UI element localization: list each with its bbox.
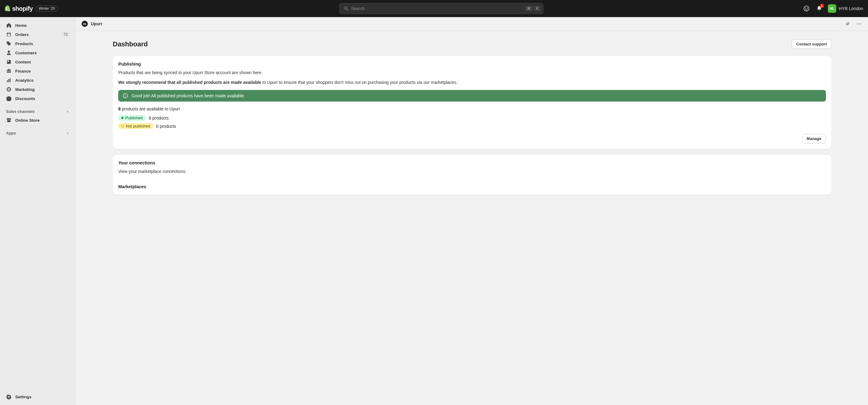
publishing-title: Publishing — [118, 62, 826, 66]
not-published-count: 0 products — [156, 124, 176, 129]
sidebar-item-online-store[interactable]: Online Store — [3, 116, 73, 125]
sidebar-item-discounts[interactable]: Discounts — [3, 94, 73, 103]
app-header: m Upurr — [76, 17, 868, 31]
brand-text: shopify — [12, 5, 33, 12]
sidebar-item-label: Online Store — [15, 118, 40, 123]
chevron-right-icon — [66, 131, 70, 136]
products-icon — [6, 41, 11, 46]
sidebar-item-orders[interactable]: Orders 72 — [3, 30, 73, 39]
sidebar-item-label: Analytics — [15, 78, 33, 83]
shortcut-key-cmd: ⌘ — [525, 6, 533, 11]
pin-icon — [845, 21, 850, 27]
search-icon — [344, 6, 349, 11]
shopify-logo[interactable]: shopify — [5, 5, 33, 12]
sidebar-section-sales-channels[interactable]: Sales channels — [3, 107, 73, 116]
available-summary: 8 products are available to Upurr — [118, 107, 826, 111]
not-published-badge: Not published — [118, 123, 153, 129]
sidebar-item-home[interactable]: Home — [3, 21, 73, 30]
face-icon — [803, 5, 809, 11]
svg-point-0 — [804, 6, 809, 11]
section-label: Sales channels — [6, 109, 35, 114]
connections-card: Your connections View your marketplace c… — [113, 155, 831, 195]
sidebar-item-label: Finance — [15, 69, 31, 74]
marketplaces-title: Marketplaces — [118, 184, 826, 189]
page-header: Dashboard Contact support — [113, 39, 831, 49]
search-wrap: ⌘ K — [85, 3, 797, 14]
connections-description: View your marketplace connections. — [118, 168, 826, 175]
content-icon — [6, 59, 11, 65]
svg-point-9 — [859, 24, 860, 24]
sidebar-item-label: Settings — [15, 395, 31, 399]
contact-support-button[interactable]: Contact support — [792, 39, 831, 49]
topbar-right: 1 HL HYR London — [802, 4, 863, 13]
notifications-button[interactable]: 1 — [815, 4, 824, 13]
recommendation-rest: to Upurr to ensure that your shoppers do… — [261, 80, 458, 85]
app-icon: m — [82, 21, 88, 27]
sidebar-item-settings[interactable]: Settings — [3, 392, 73, 401]
logo-section: shopify Winter '25 — [5, 5, 81, 12]
publishing-description: Products that are being synced to your U… — [118, 69, 826, 76]
marketing-icon — [6, 87, 11, 92]
gear-icon — [6, 394, 11, 400]
sidebar-item-analytics[interactable]: Analytics — [3, 76, 73, 85]
sidebar-item-content[interactable]: Content — [3, 57, 73, 66]
svg-rect-6 — [8, 79, 9, 82]
sidebar-item-customers[interactable]: Customers — [3, 48, 73, 57]
published-row: Published 8 products — [118, 115, 826, 121]
available-text: products are available to Upurr — [121, 107, 180, 111]
svg-rect-7 — [10, 78, 11, 82]
app-title: Upurr — [91, 21, 102, 26]
sidebar-section-apps[interactable]: Apps — [3, 129, 73, 137]
sidebar-item-finance[interactable]: Finance — [3, 66, 73, 76]
user-name: HYR London — [839, 6, 863, 11]
avatar: HL — [828, 4, 836, 13]
sidebar-item-label: Orders — [15, 32, 29, 37]
sidebar-item-marketing[interactable]: Marketing — [3, 85, 73, 94]
pin-button[interactable] — [844, 20, 851, 27]
notification-badge: 1 — [820, 4, 824, 8]
not-published-row: Not published 0 products — [118, 123, 826, 129]
store-icon — [6, 117, 11, 123]
svg-point-8 — [857, 24, 858, 24]
sidebar-item-label: Marketing — [15, 87, 35, 92]
topbar: shopify Winter '25 ⌘ K 1 HL HYR London — [0, 0, 868, 17]
svg-rect-4 — [8, 61, 9, 62]
svg-point-10 — [860, 24, 861, 24]
shortcut-keys: ⌘ K — [525, 6, 541, 11]
section-label: Apps — [6, 131, 16, 136]
published-count: 8 products — [149, 116, 168, 120]
search-input[interactable] — [351, 6, 522, 11]
main: m Upurr Dashboard Contact support Publis… — [76, 17, 868, 405]
success-banner: Good job! All published products have be… — [118, 90, 826, 102]
sidebar: Home Orders 72 Products Customers Conten… — [0, 17, 76, 405]
dots-icon — [857, 21, 862, 27]
sidebar-item-label: Products — [15, 41, 33, 46]
face-icon-button[interactable] — [802, 4, 811, 13]
finance-icon — [6, 68, 11, 74]
sidebar-item-products[interactable]: Products — [3, 39, 73, 48]
banner-text: Good job! All published products have be… — [132, 93, 245, 98]
published-badge: Published — [118, 115, 146, 121]
chevron-right-icon — [66, 110, 70, 114]
sidebar-item-label: Home — [15, 23, 27, 28]
customers-icon — [6, 50, 11, 56]
available-count: 8 — [118, 107, 121, 111]
more-actions-button[interactable] — [855, 20, 863, 27]
edition-badge[interactable]: Winter '25 — [35, 5, 59, 11]
analytics-icon — [6, 78, 11, 83]
svg-point-2 — [807, 8, 808, 8]
info-icon — [123, 93, 128, 98]
connections-title: Your connections — [118, 161, 826, 165]
orders-badge: 72 — [61, 32, 70, 37]
search-bar[interactable]: ⌘ K — [339, 3, 544, 14]
publishing-recommendation: We stongly recommend that all published … — [118, 79, 826, 86]
user-menu[interactable]: HL HYR London — [828, 4, 863, 13]
page-title: Dashboard — [113, 40, 148, 48]
recommendation-bold: We stongly recommend that all published … — [118, 80, 261, 85]
svg-rect-5 — [7, 80, 8, 82]
manage-button[interactable]: Manage — [802, 134, 826, 143]
svg-point-1 — [805, 8, 806, 8]
discounts-icon — [6, 96, 11, 101]
sidebar-item-label: Discounts — [15, 96, 35, 101]
orders-icon — [6, 32, 11, 37]
